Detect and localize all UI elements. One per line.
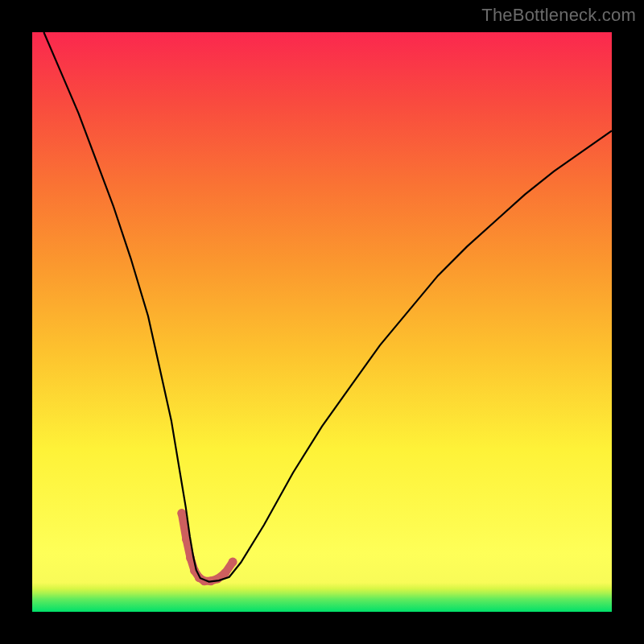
watermark-label: TheBottleneck.com <box>481 5 636 26</box>
chart-frame: TheBottleneck.com <box>0 0 644 644</box>
plot-area <box>32 32 612 612</box>
highlight-dot <box>177 509 186 518</box>
highlight-dot <box>221 568 229 577</box>
chart-svg <box>32 32 612 612</box>
gradient-background <box>32 32 612 612</box>
highlight-dot <box>229 558 237 567</box>
